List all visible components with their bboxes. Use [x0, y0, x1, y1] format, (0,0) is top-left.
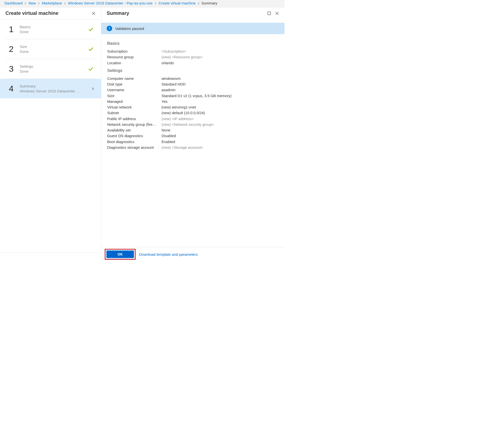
- summary-value: None: [162, 127, 279, 133]
- summary-key: Guest OS diagnostics: [107, 133, 162, 139]
- create-vm-panel: Create virtual machine 1BasicsDone2SizeD…: [0, 7, 101, 261]
- summary-row: Resource group(new) <Resource group>: [107, 54, 279, 60]
- breadcrumb-item[interactable]: Windows Server 2016 Datacenter - Pay-as-…: [68, 1, 153, 5]
- info-icon: i: [107, 26, 112, 31]
- summary-key: Username: [107, 87, 162, 93]
- step-title: Summary: [20, 84, 90, 88]
- summary-key: Virtual network: [107, 104, 162, 110]
- summary-row: Diagnostics storage account(new) <Storag…: [107, 145, 279, 150]
- summary-row: Locationorlando: [107, 60, 279, 66]
- summary-row: Availability setNone: [107, 127, 279, 133]
- check-icon: [88, 46, 94, 52]
- summary-row: ManagedYes: [107, 99, 279, 104]
- step-subtitle: Done: [20, 30, 81, 34]
- breadcrumb-item[interactable]: New: [28, 1, 36, 5]
- summary-value: asadmin: [162, 87, 279, 93]
- section-title: Settings: [107, 68, 279, 73]
- summary-value: <Subscription>: [162, 48, 279, 54]
- summary-key: Public IP address: [107, 116, 162, 122]
- summary-title: Summary: [107, 10, 129, 16]
- section-title: Basics: [107, 41, 279, 46]
- close-icon[interactable]: [275, 11, 280, 16]
- step-subtitle: Done: [20, 49, 81, 54]
- step-subtitle: Windows Server 2016 Datacenter …: [20, 89, 81, 93]
- summary-row: Subscription<Subscription>: [107, 48, 279, 54]
- breadcrumb-item[interactable]: Create virtual machine: [159, 1, 196, 5]
- summary-key: Network security group (fire…: [107, 122, 162, 127]
- summary-key: Subscription: [107, 48, 162, 54]
- summary-row: Virtual network(new) winvmrg1-vnet: [107, 104, 279, 110]
- summary-value: Standard HDD: [162, 81, 279, 87]
- summary-value: (new) <Resource group>: [162, 54, 279, 60]
- summary-row: SizeStandard D1 v2 (1 vcpus, 3.5 GB memo…: [107, 93, 279, 99]
- wizard-steps: 1BasicsDone2SizeDone3SettingsDone4Summar…: [0, 19, 101, 253]
- summary-value: Yes: [162, 99, 279, 104]
- create-vm-title: Create virtual machine: [5, 10, 59, 16]
- summary-value: orlando: [162, 60, 279, 66]
- summary-value: windowsvm: [162, 76, 279, 81]
- download-template-link[interactable]: Download template and parameters: [139, 252, 198, 256]
- ok-highlight: OK: [105, 249, 136, 260]
- breadcrumb: DashboardNewMarketplaceWindows Server 20…: [0, 0, 285, 7]
- step-subtitle: Done: [20, 69, 81, 73]
- summary-key: Availability set: [107, 127, 162, 133]
- summary-value: Standard D1 v2 (1 vcpus, 3.5 GB memory): [162, 93, 279, 99]
- validation-text: Validation passed: [115, 26, 144, 31]
- summary-panel: Summary i Validation passed BasicsSubscr…: [101, 7, 285, 261]
- summary-row: Guest OS diagnosticsDisabled: [107, 133, 279, 139]
- summary-footer: OK Download template and parameters: [101, 247, 285, 261]
- summary-key: Location: [107, 60, 162, 66]
- summary-value: (new) default (10.0.0.0/24): [162, 110, 279, 116]
- summary-key: Managed: [107, 99, 162, 104]
- summary-body: BasicsSubscription<Subscription>Resource…: [101, 34, 285, 247]
- summary-row: Usernameasadmin: [107, 87, 279, 93]
- check-icon: [88, 66, 94, 72]
- wizard-step-settings[interactable]: 3SettingsDone: [5, 59, 96, 79]
- breadcrumb-item: Summary: [202, 1, 217, 5]
- summary-row: Public IP address(new) <IP address>: [107, 116, 279, 122]
- summary-key: Boot diagnostics: [107, 139, 162, 145]
- step-number: 4: [9, 84, 18, 93]
- chevron-right-icon: [197, 1, 200, 6]
- wizard-step-basics[interactable]: 1BasicsDone: [5, 20, 96, 39]
- summary-value: Enabled: [162, 139, 279, 145]
- wizard-step-summary[interactable]: 4SummaryWindows Server 2016 Datacenter …: [0, 79, 101, 98]
- svg-rect-2: [268, 12, 271, 15]
- breadcrumb-item[interactable]: Marketplace: [42, 1, 62, 5]
- chevron-right-icon: [63, 1, 66, 6]
- step-title: Basics: [20, 25, 88, 29]
- step-number: 3: [9, 64, 18, 74]
- chevron-right-icon: [90, 86, 96, 91]
- summary-key: Resource group: [107, 54, 162, 60]
- summary-row: Disk typeStandard HDD: [107, 81, 279, 87]
- summary-value: (new) winvmrg1-vnet: [162, 104, 279, 110]
- ok-button[interactable]: OK: [106, 250, 134, 258]
- chevron-right-icon: [154, 1, 157, 6]
- wizard-step-size[interactable]: 2SizeDone: [5, 39, 96, 59]
- summary-key: Diagnostics storage account: [107, 145, 162, 150]
- check-icon: [88, 27, 94, 32]
- summary-row: Computer namewindowsvm: [107, 76, 279, 81]
- summary-key: Computer name: [107, 76, 162, 81]
- step-title: Settings: [20, 64, 88, 68]
- step-title: Size: [20, 44, 88, 49]
- summary-key: Size: [107, 93, 162, 99]
- validation-banner: i Validation passed: [101, 23, 285, 34]
- breadcrumb-item[interactable]: Dashboard: [4, 1, 22, 5]
- summary-row: Subnet(new) default (10.0.0.0/24): [107, 110, 279, 116]
- summary-value: Disabled: [162, 133, 279, 139]
- summary-key: Subnet: [107, 110, 162, 116]
- summary-key: Disk type: [107, 81, 162, 87]
- step-number: 2: [9, 44, 18, 54]
- summary-value: (new) <IP address>: [162, 116, 279, 122]
- summary-row: Boot diagnosticsEnabled: [107, 139, 279, 145]
- close-icon[interactable]: [91, 11, 96, 16]
- chevron-right-icon: [24, 1, 27, 6]
- summary-row: Network security group (fire…(new) <Netw…: [107, 122, 279, 127]
- summary-value: (new) <Storage account>: [162, 145, 279, 150]
- summary-value: (new) <Network security group>: [162, 122, 279, 127]
- maximize-icon[interactable]: [267, 11, 272, 16]
- step-number: 1: [9, 24, 18, 34]
- chevron-right-icon: [37, 1, 40, 6]
